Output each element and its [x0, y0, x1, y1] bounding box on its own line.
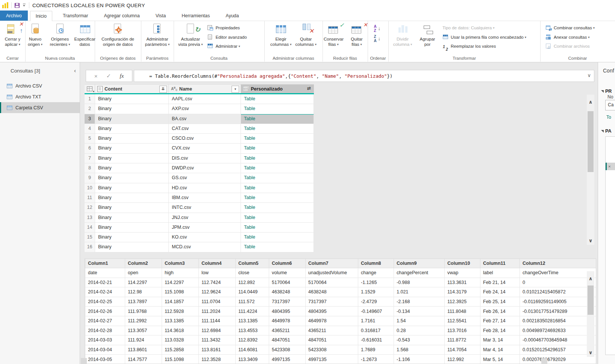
- ribbon-small-button[interactable]: Combinar archivos: [543, 42, 597, 51]
- row-number-cell[interactable]: 7: [85, 154, 95, 163]
- preview-cell[interactable]: 111.3432: [199, 335, 236, 345]
- preview-cell[interactable]: 111.1144: [199, 316, 236, 326]
- name-cell[interactable]: JPM.csv: [169, 223, 241, 232]
- content-cell[interactable]: Binary: [95, 154, 169, 163]
- query-list-item[interactable]: Archivo TXT: [0, 91, 80, 102]
- personalizado-cell[interactable]: Table: [241, 242, 314, 252]
- preview-cell[interactable]: -0.013017751479289: [520, 307, 597, 316]
- preview-cell[interactable]: 111.2992: [125, 316, 162, 326]
- preview-cell[interactable]: 5170064: [306, 278, 358, 287]
- preview-cell[interactable]: 5423308: [269, 345, 306, 355]
- name-cell[interactable]: IBM.csv: [169, 193, 241, 202]
- column-header-name[interactable]: ABC Name: [169, 84, 241, 93]
- quick-access-dropdown-icon[interactable]: [23, 3, 26, 7]
- preview-cell[interactable]: 111.8048: [445, 307, 480, 316]
- preview-column-header[interactable]: Column5: [236, 259, 269, 268]
- scroll-down-icon[interactable]: ∨: [587, 238, 594, 243]
- personalizado-cell[interactable]: Table: [241, 203, 314, 212]
- preview-column-header[interactable]: Column2: [125, 259, 162, 268]
- name-cell[interactable]: AXP.csv: [169, 104, 241, 113]
- row-number-cell[interactable]: 13: [85, 213, 95, 222]
- personalizado-cell[interactable]: Table: [241, 183, 314, 193]
- ribbon-button[interactable]: Agruparpor: [415, 23, 439, 51]
- preview-cell[interactable]: 112.5928: [162, 307, 199, 316]
- preview-column-header[interactable]: Column6: [269, 259, 306, 268]
- preview-column-header[interactable]: Column9: [394, 259, 445, 268]
- preview-cell[interactable]: 114.1857: [162, 297, 199, 307]
- preview-cell[interactable]: label: [480, 268, 520, 278]
- preview-cell[interactable]: 2014-02-28: [85, 326, 125, 335]
- personalizado-cell[interactable]: Table: [241, 124, 314, 133]
- query-list-item[interactable]: Archivo CSV: [0, 80, 80, 91]
- row-number-cell[interactable]: 6: [85, 143, 95, 153]
- row-number-cell[interactable]: 14: [85, 223, 95, 232]
- preview-cell[interactable]: Feb 25, 14: [480, 297, 520, 307]
- preview-cell[interactable]: 111.9768: [125, 307, 162, 316]
- ribbon-tab[interactable]: Ayuda: [220, 11, 244, 21]
- column-header-personalizado[interactable]: ABC123 Personalizado ⇄: [241, 84, 314, 93]
- column-header-content[interactable]: Content ⇊: [95, 84, 169, 93]
- query-list-item[interactable]: Carpeta CSV: [0, 102, 80, 113]
- preview-cell[interactable]: 0.316817: [358, 326, 394, 335]
- content-cell[interactable]: Binary: [95, 193, 169, 202]
- ribbon-small-button[interactable]: Reemplazar los valores: [440, 42, 529, 51]
- name-cell[interactable]: MCD.csv: [169, 242, 241, 252]
- formula-cancel-icon[interactable]: ×: [94, 73, 98, 79]
- preview-cell[interactable]: 5170064: [269, 278, 306, 287]
- preview-cell[interactable]: 114.2297: [125, 278, 162, 287]
- name-cell[interactable]: DWDP.csv: [169, 163, 241, 173]
- collapse-pane-icon[interactable]: ‹: [74, 67, 76, 74]
- personalizado-cell[interactable]: Table: [241, 223, 314, 232]
- grid-vertical-scrollbar[interactable]: ∧ ∨: [587, 95, 594, 245]
- content-cell[interactable]: Binary: [95, 173, 169, 183]
- preview-cell[interactable]: 114.7054: [445, 345, 480, 355]
- preview-cell[interactable]: 4649978: [269, 316, 306, 326]
- preview-cell[interactable]: 4365211: [269, 326, 306, 335]
- formula-fx-icon[interactable]: fx: [120, 73, 124, 79]
- preview-cell[interactable]: 4997135: [306, 355, 358, 364]
- personalizado-cell[interactable]: Table: [241, 213, 314, 222]
- preview-cell[interactable]: 112.5541: [445, 316, 480, 326]
- expand-column-icon[interactable]: ⇄: [306, 86, 312, 92]
- preview-cell[interactable]: date: [85, 268, 125, 278]
- content-cell[interactable]: Binary: [95, 124, 169, 133]
- personalizado-cell[interactable]: Table: [241, 193, 314, 202]
- preview-cell[interactable]: 112.892: [236, 278, 269, 287]
- preview-cell[interactable]: 2014-02-26: [85, 307, 125, 316]
- ribbon-button[interactable]: Conservarfilas: [322, 23, 345, 47]
- row-number-cell[interactable]: 15: [85, 233, 95, 242]
- select-all-corner-button[interactable]: [85, 84, 95, 93]
- preview-cell[interactable]: 114.0449: [236, 287, 269, 297]
- preview-cell[interactable]: -0.011692591149005: [520, 297, 597, 307]
- ribbon-button[interactable]: Nuevoorigen: [23, 23, 47, 47]
- name-cell[interactable]: HD.csv: [169, 183, 241, 193]
- content-cell[interactable]: Binary: [95, 183, 169, 193]
- preview-cell[interactable]: 0.28: [394, 326, 445, 335]
- preview-cell[interactable]: 4365211: [306, 326, 358, 335]
- scroll-down-icon[interactable]: ∨: [587, 350, 594, 355]
- close-apply-button[interactable]: Cerrar yaplicar: [1, 23, 25, 47]
- row-number-cell[interactable]: 16: [85, 242, 95, 252]
- preview-column-header[interactable]: Column8: [358, 259, 394, 268]
- ribbon-button[interactable]: Configuración deorigen de datos: [100, 23, 136, 47]
- scroll-up-icon[interactable]: ∧: [587, 99, 594, 105]
- preview-cell[interactable]: -1.2673: [358, 355, 394, 364]
- preview-cell[interactable]: 113.3631: [445, 278, 480, 287]
- name-cell[interactable]: GS.csv: [169, 173, 241, 183]
- preview-cell[interactable]: -1.106: [394, 355, 445, 364]
- preview-cell[interactable]: 114.3618: [162, 326, 199, 335]
- preview-cell[interactable]: 0.002183502816854: [520, 316, 597, 326]
- content-cell[interactable]: Binary: [95, 223, 169, 232]
- preview-cell[interactable]: close: [236, 268, 269, 278]
- row-number-cell[interactable]: 2: [85, 104, 95, 113]
- delete-step-icon[interactable]: ×: [608, 164, 610, 169]
- preview-cell[interactable]: 114.7577: [125, 355, 162, 364]
- content-cell[interactable]: Binary: [95, 242, 169, 252]
- row-number-cell[interactable]: 3: [85, 114, 95, 124]
- preview-cell[interactable]: Mar 4, 14: [480, 345, 520, 355]
- preview-cell[interactable]: 114.3179: [445, 287, 480, 297]
- row-number-cell[interactable]: 11: [85, 193, 95, 202]
- preview-cell[interactable]: 112.7424: [199, 278, 236, 287]
- horizontal-scrollbar-right[interactable]: [541, 358, 547, 364]
- preview-cell[interactable]: 0.004989724692633: [520, 326, 597, 335]
